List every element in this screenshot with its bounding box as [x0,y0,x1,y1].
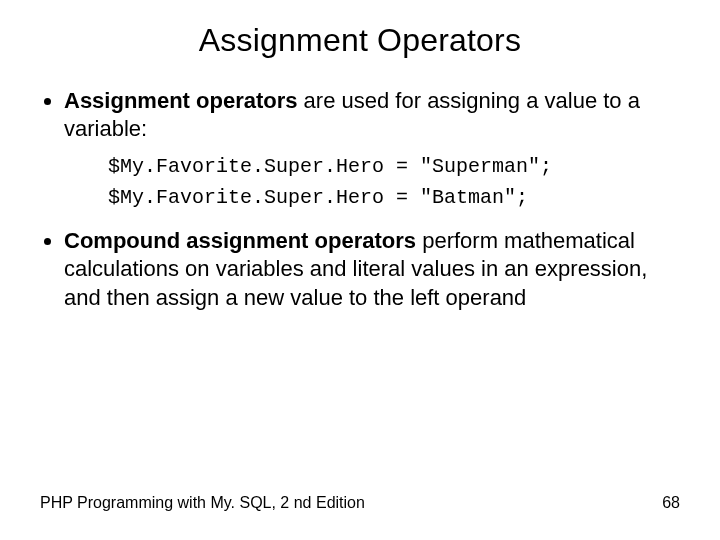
slide-title: Assignment Operators [40,22,680,59]
footer-book-title: PHP Programming with My. SQL, 2 nd Editi… [40,494,365,512]
bullet-item-2: Compound assignment operators perform ma… [64,227,680,311]
bullet-item-1: Assignment operators are used for assign… [64,87,680,143]
slide: Assignment Operators Assignment operator… [0,0,720,540]
bullet-1-bold: Assignment operators [64,88,298,113]
code-line-2: $My.Favorite.Super.Hero = "Batman"; [108,186,528,209]
code-block: $My.Favorite.Super.Hero = "Superman"; $M… [108,151,680,213]
footer-page-number: 68 [662,494,680,512]
bullet-2-bold: Compound assignment operators [64,228,416,253]
code-line-1: $My.Favorite.Super.Hero = "Superman"; [108,155,552,178]
bullet-list-2: Compound assignment operators perform ma… [40,227,680,311]
bullet-list: Assignment operators are used for assign… [40,87,680,143]
